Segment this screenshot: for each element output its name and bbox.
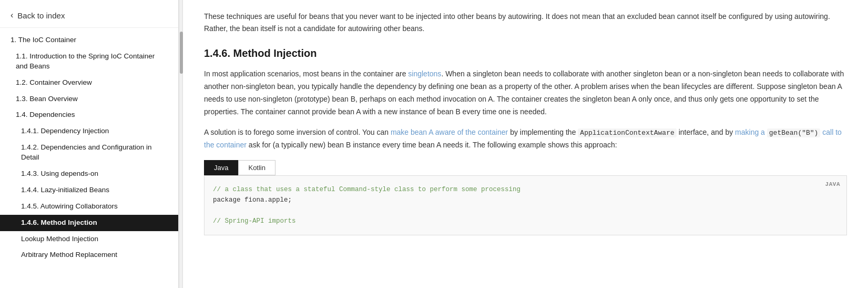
- section-heading: 1.4.6. Method Injection: [204, 47, 847, 59]
- main-content: These techniques are useful for beans th…: [183, 0, 868, 288]
- getbean-code: getBean("B"): [767, 128, 821, 137]
- scrollbar[interactable]: [179, 0, 183, 288]
- sidebar-item-bean-overview[interactable]: 1.3. Bean Overview: [0, 91, 178, 107]
- para2-suffix: ask for (a typically new) bean B instanc…: [247, 141, 617, 149]
- chevron-left-icon: ‹: [11, 11, 13, 20]
- para2-prefix: A solution is to forego some inversion o…: [204, 128, 391, 136]
- sidebar-item-container-overview[interactable]: 1.2. Container Overview: [0, 75, 178, 91]
- code-line-2: package fiona.apple;: [213, 195, 838, 205]
- tab-kotlin[interactable]: Kotlin: [238, 160, 275, 175]
- code-line-1: // a class that uses a stateful Command-…: [213, 184, 838, 195]
- tab-java[interactable]: Java: [204, 160, 238, 175]
- body-paragraph-2: A solution is to forego some inversion o…: [204, 126, 847, 152]
- sidebar-item-lookup[interactable]: Lookup Method Injection: [0, 231, 178, 247]
- sidebar-item-intro[interactable]: 1.1. Introduction to the Spring IoC Cont…: [0, 48, 178, 75]
- code-line-4: // Spring-API imports: [213, 216, 838, 226]
- back-to-index-label: Back to index: [17, 11, 65, 20]
- code-language-label: JAVA: [825, 180, 840, 190]
- para1-text: In most application scenarios, most bean…: [204, 69, 408, 78]
- aware-link[interactable]: make bean A aware of the container: [391, 128, 508, 136]
- code-line-3: [213, 205, 838, 216]
- appcontext-aware-code: ApplicationContextAware: [578, 128, 676, 137]
- para2-mid2: interface, and by: [677, 128, 735, 136]
- singletons-link[interactable]: singletons: [408, 69, 441, 78]
- sidebar-item-arbitrary[interactable]: Arbitrary Method Replacement: [0, 247, 178, 263]
- back-to-index-link[interactable]: ‹ Back to index: [0, 5, 178, 28]
- sidebar-item-autowiring[interactable]: 1.4.5. Autowiring Collaborators: [0, 198, 178, 215]
- intro-paragraph: These techniques are useful for beans th…: [204, 11, 847, 35]
- sidebar-item-dependencies[interactable]: 1.4. Dependencies: [0, 107, 178, 123]
- code-tab-bar: Java Kotlin: [204, 160, 847, 175]
- sidebar-item-method-injection[interactable]: 1.4.6. Method Injection: [0, 215, 178, 231]
- getbean-link[interactable]: making a: [735, 128, 767, 136]
- sidebar-item-lazy[interactable]: 1.4.4. Lazy-initialized Beans: [0, 182, 178, 198]
- code-block: JAVA // a class that uses a stateful Com…: [204, 175, 847, 235]
- body-paragraph-1: In most application scenarios, most bean…: [204, 68, 847, 118]
- para2-mid: by implementing the: [508, 128, 578, 136]
- scroll-thumb[interactable]: [180, 32, 183, 74]
- sidebar-item-depends-on[interactable]: 1.4.3. Using depends-on: [0, 166, 178, 182]
- sidebar: ‹ Back to index 1. The IoC Container 1.1…: [0, 0, 179, 288]
- sidebar-item-dep-config[interactable]: 1.4.2. Dependencies and Configuration in…: [0, 140, 178, 166]
- sidebar-item-ioc[interactable]: 1. The IoC Container: [0, 32, 178, 48]
- sidebar-item-dep-injection[interactable]: 1.4.1. Dependency Injection: [0, 123, 178, 140]
